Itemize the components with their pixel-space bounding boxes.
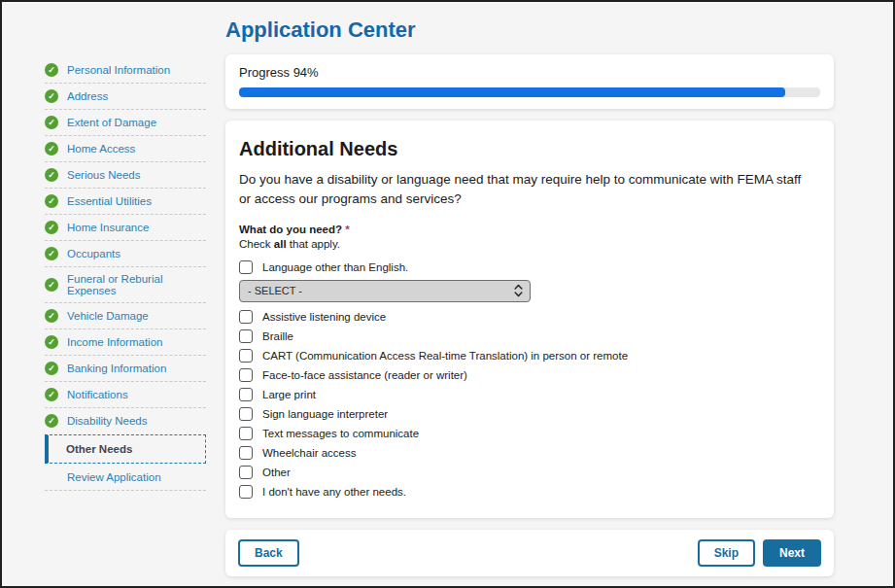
sidebar-item-label: Home Insurance <box>67 222 149 233</box>
progress-fill <box>239 87 785 97</box>
check-circle-icon: ✓ <box>45 63 58 77</box>
sidebar-item-label: Serious Needs <box>67 169 140 181</box>
additional-needs-card: Additional Needs Do you have a disabilit… <box>225 121 834 518</box>
question-hint: Check all that apply. <box>239 238 820 250</box>
sidebar-item-banking-information[interactable]: ✓ Banking Information <box>45 356 206 382</box>
checkbox-row-cart-communication-access-real-time-translation-in-person-or-remote: CART (Communication Access Real-time Tra… <box>239 349 820 363</box>
check-circle-icon: ✓ <box>45 414 58 428</box>
check-circle-icon: ✓ <box>45 247 58 260</box>
check-circle-icon: ✓ <box>45 388 58 401</box>
checkbox-row-i-don-t-have-any-other-needs: I don't have any other needs. <box>239 485 820 499</box>
question-label: What do you need? * <box>239 224 820 235</box>
sidebar-item-label: Personal Information <box>67 64 170 76</box>
back-button[interactable]: Back <box>238 539 299 567</box>
checkbox[interactable] <box>239 260 253 274</box>
checkbox-row-face-to-face-assistance-reader-or-writer: Face-to-face assistance (reader or write… <box>239 368 820 382</box>
hint-prefix: Check <box>239 238 274 250</box>
page-title: Application Center <box>225 17 834 43</box>
check-circle-icon: ✓ <box>45 89 58 103</box>
sidebar-item-home-insurance[interactable]: ✓ Home Insurance <box>45 215 206 241</box>
checkbox-row-large-print: Large print <box>239 388 820 401</box>
check-circle-icon: ✓ <box>45 142 58 156</box>
section-intro: Do you have a disability or language nee… <box>239 170 814 210</box>
sidebar-item-disability-needs[interactable]: ✓ Disability Needs <box>45 408 206 433</box>
sidebar-item-personal-information[interactable]: ✓ Personal Information <box>45 57 206 84</box>
sidebar-item-review-application[interactable]: Review Application <box>45 465 206 491</box>
checkbox-label[interactable]: Large print <box>262 389 316 400</box>
checkbox-label[interactable]: CART (Communication Access Real-time Tra… <box>262 350 628 362</box>
checkbox[interactable] <box>239 368 253 382</box>
sidebar-item-label: Notifications <box>67 389 128 400</box>
checkbox[interactable] <box>239 446 253 460</box>
sidebar-item-label: Other Needs <box>66 443 132 455</box>
language-select[interactable]: - SELECT - <box>239 280 531 302</box>
actions-right-group: Skip Next <box>698 539 821 567</box>
sidebar-item-serious-needs[interactable]: ✓ Serious Needs <box>45 162 206 189</box>
sidebar-item-extent-of-damage[interactable]: ✓ Extent of Damage <box>45 110 206 136</box>
sidebar-item-address[interactable]: ✓ Address <box>45 84 206 110</box>
checkbox-label[interactable]: Assistive listening device <box>262 311 386 323</box>
checkbox-label[interactable]: Face-to-face assistance (reader or write… <box>262 369 467 381</box>
checkbox[interactable] <box>239 329 253 343</box>
check-circle-icon: ✓ <box>45 362 58 375</box>
check-circle-icon: ✓ <box>45 194 58 208</box>
next-button[interactable]: Next <box>763 539 821 567</box>
sidebar-item-label: Review Application <box>67 471 161 483</box>
checkbox[interactable] <box>239 466 253 479</box>
required-asterisk: * <box>345 224 349 235</box>
sidebar: ✓ Personal Information ✓ Address ✓ Exten… <box>45 57 206 586</box>
sidebar-item-label: Occupants <box>67 248 120 259</box>
checkbox-row-text-messages-to-communicate: Text messages to communicate <box>239 427 820 440</box>
sidebar-item-label: Address <box>67 90 108 102</box>
checkbox-row-language-other-than-english: Language other than English. <box>239 260 820 274</box>
checkbox-label[interactable]: Braille <box>262 330 293 342</box>
sidebar-item-label: Essential Utilities <box>67 195 152 207</box>
check-circle-icon: ✓ <box>45 168 58 182</box>
sidebar-item-label: Income Information <box>67 336 162 348</box>
sidebar-item-income-information[interactable]: ✓ Income Information <box>45 329 206 356</box>
check-circle-icon: ✓ <box>45 309 58 323</box>
checkbox-label[interactable]: Sign language interpreter <box>262 408 388 420</box>
checkbox-row-other: Other <box>239 466 820 479</box>
checkbox[interactable] <box>239 349 253 363</box>
sidebar-item-label: Funeral or Reburial Expenses <box>67 273 206 296</box>
checkbox-row-assistive-listening-device: Assistive listening device <box>239 310 820 324</box>
sidebar-item-label: Banking Information <box>67 363 166 374</box>
checkbox[interactable] <box>239 407 253 421</box>
checkbox[interactable] <box>239 388 253 401</box>
sidebar-item-label: Disability Needs <box>67 415 147 427</box>
checkbox[interactable] <box>239 485 253 499</box>
check-circle-icon: ✓ <box>45 116 58 129</box>
skip-button[interactable]: Skip <box>698 539 755 567</box>
progress-track <box>239 87 820 97</box>
checkbox-label[interactable]: Text messages to communicate <box>262 428 419 439</box>
sidebar-item-label: Home Access <box>67 143 135 155</box>
sidebar-item-occupants[interactable]: ✓ Occupants <box>45 241 206 267</box>
sidebar-item-essential-utilities[interactable]: ✓ Essential Utilities <box>45 189 206 215</box>
sidebar-nav: ✓ Personal Information ✓ Address ✓ Exten… <box>45 57 206 491</box>
progress-label: Progress 94% <box>239 65 820 80</box>
checkbox-label[interactable]: Wheelchair access <box>262 447 357 459</box>
sidebar-item-funeral-or-reburial-expenses[interactable]: ✓ Funeral or Reburial Expenses <box>45 267 206 303</box>
application-window: ✓ Personal Information ✓ Address ✓ Exten… <box>0 0 895 588</box>
checkbox[interactable] <box>239 310 253 324</box>
sidebar-item-vehicle-damage[interactable]: ✓ Vehicle Damage <box>45 303 206 329</box>
checkbox[interactable] <box>239 427 253 440</box>
checkbox-label[interactable]: Language other than English. <box>262 261 408 273</box>
check-circle-icon: ✓ <box>45 278 58 292</box>
checkbox-row-braille: Braille <box>239 329 820 343</box>
main-content: Application Center Progress 94% Addition… <box>225 2 834 586</box>
form-actions-bar: Back Skip Next <box>225 530 834 576</box>
check-circle-icon: ✓ <box>45 221 58 234</box>
checkbox-label[interactable]: I don't have any other needs. <box>262 486 406 498</box>
checkbox-row-sign-language-interpreter: Sign language interpreter <box>239 407 820 421</box>
question-text: What do you need? <box>239 224 342 235</box>
checkbox-row-wheelchair-access: Wheelchair access <box>239 446 820 460</box>
section-heading: Additional Needs <box>239 138 820 160</box>
checkbox-label[interactable]: Other <box>262 467 291 478</box>
sidebar-item-home-access[interactable]: ✓ Home Access <box>45 136 206 162</box>
sidebar-item-notifications[interactable]: ✓ Notifications <box>45 382 206 408</box>
sidebar-item-label: Extent of Damage <box>67 117 156 128</box>
language-select-wrapper: - SELECT - <box>239 280 531 302</box>
progress-card: Progress 94% <box>225 54 834 109</box>
